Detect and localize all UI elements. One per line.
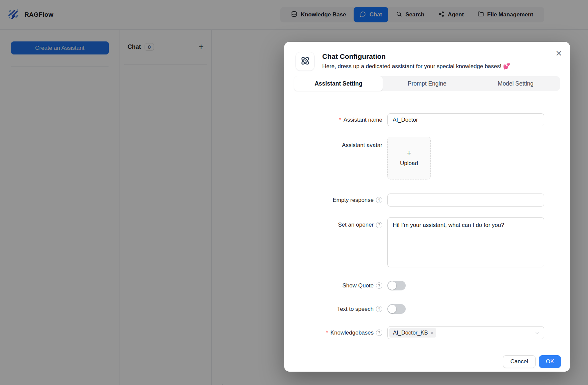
text-to-speech-toggle[interactable] (387, 304, 406, 314)
show-quote-row: Show Quote ? (296, 281, 570, 290)
assistant-setting-form: * Assistant name Assistant avatar + Uplo… (284, 113, 570, 368)
toggle-knob (388, 281, 396, 290)
help-icon[interactable]: ? (376, 197, 382, 203)
tab-assistant-setting[interactable]: Assistant Setting (294, 76, 383, 91)
opener-label: Set an opener ? (296, 217, 382, 228)
dialog-icon-box (296, 52, 315, 71)
empty-response-label: Empty response ? (296, 197, 382, 204)
required-marker: * (326, 330, 328, 336)
required-marker: * (339, 117, 341, 123)
toggle-knob (388, 305, 396, 313)
opener-row: Set an opener ? Hi! I'm your assistant, … (296, 217, 570, 269)
help-icon[interactable]: ? (376, 330, 382, 336)
tab-prompt-engine[interactable]: Prompt Engine (383, 76, 471, 91)
assistant-name-row: * Assistant name (296, 113, 570, 126)
dialog-footer: Cancel OK (284, 355, 561, 368)
show-quote-toggle[interactable] (387, 281, 406, 290)
dialog-titles: Chat Configuration Here, dress up a dedi… (322, 52, 510, 71)
assistant-avatar-label: Assistant avatar (296, 137, 382, 149)
empty-response-input[interactable] (387, 194, 544, 207)
knowledgebases-select[interactable]: AI_Doctor_KB × (387, 326, 544, 339)
text-to-speech-row: Text to speech ? (296, 304, 570, 314)
knowledgebase-tag: AI_Doctor_KB × (389, 328, 436, 338)
tag-remove-icon[interactable]: × (431, 330, 434, 335)
knowledgebases-row: * Knowledgebases ? AI_Doctor_KB × (296, 326, 570, 339)
tab-model-setting[interactable]: Model Setting (471, 76, 560, 91)
empty-response-row: Empty response ? (296, 194, 570, 207)
knowledgebases-label: * Knowledgebases ? (296, 330, 382, 336)
show-quote-label: Show Quote ? (296, 282, 382, 289)
dialog-header: Chat Configuration Here, dress up a dedi… (284, 42, 570, 71)
opener-textarea[interactable]: Hi! I'm your assistant, what can I do fo… (387, 217, 544, 267)
close-icon[interactable]: × (556, 48, 562, 58)
dialog-separator (294, 102, 560, 102)
dialog-subtitle: Here, dress up a dedicated assistant for… (322, 63, 510, 70)
dialog-tabs: Assistant Setting Prompt Engine Model Se… (294, 76, 560, 91)
atom-icon (300, 55, 311, 68)
text-to-speech-label: Text to speech ? (296, 306, 382, 312)
assistant-name-label: * Assistant name (296, 117, 382, 123)
help-icon[interactable]: ? (376, 306, 382, 312)
dialog-title: Chat Configuration (322, 52, 510, 60)
assistant-avatar-row: Assistant avatar + Upload (296, 137, 570, 179)
chevron-down-icon (535, 331, 540, 337)
help-icon[interactable]: ? (376, 222, 382, 228)
help-icon[interactable]: ? (376, 282, 382, 289)
ok-button[interactable]: OK (539, 355, 561, 368)
plus-icon: + (407, 149, 411, 157)
assistant-name-input[interactable] (387, 113, 544, 126)
chat-configuration-dialog: Chat Configuration Here, dress up a dedi… (284, 42, 570, 372)
cancel-button[interactable]: Cancel (503, 355, 536, 368)
avatar-upload-area[interactable]: + Upload (387, 137, 431, 179)
upload-label: Upload (400, 160, 418, 167)
